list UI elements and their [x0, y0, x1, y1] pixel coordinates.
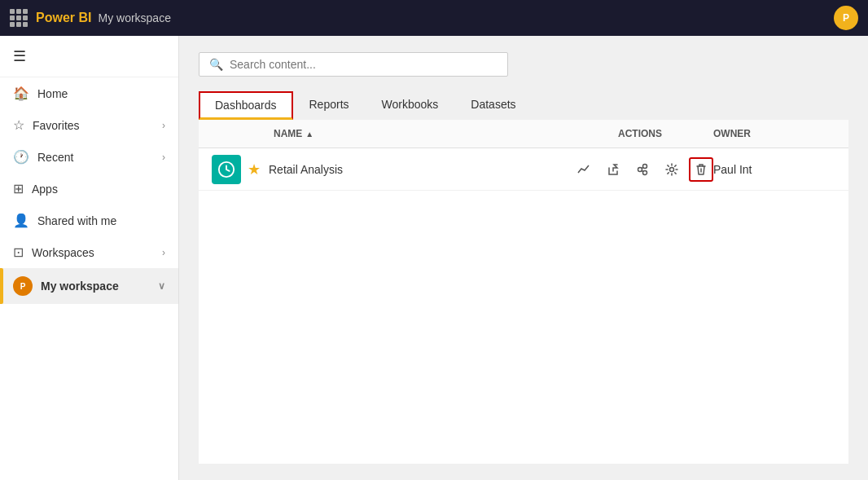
chevron-right-icon: › [162, 120, 165, 131]
subscribe-button[interactable] [630, 157, 655, 182]
apps-icon: ⊞ [13, 181, 24, 196]
search-bar[interactable]: 🔍 [199, 52, 508, 77]
search-icon: 🔍 [209, 58, 223, 71]
workspaces-icon: ⊡ [13, 244, 24, 260]
svg-point-3 [643, 170, 647, 174]
item-name: Retail Analysis [269, 163, 567, 176]
sidebar-toggle[interactable]: ☰ [0, 36, 178, 77]
col-owner-header: OWNER [713, 128, 835, 139]
item-type-icon [212, 155, 241, 184]
svg-point-1 [638, 167, 642, 171]
sidebar-item-workspaces[interactable]: ⊡ Workspaces › [0, 236, 178, 268]
sidebar-label-myworkspace: My workspace [41, 280, 119, 293]
content-area: 🔍 Dashboards Reports Workbooks Datasets … [179, 36, 868, 480]
active-bar [0, 268, 3, 304]
sidebar-label-favorites: Favorites [33, 119, 80, 132]
brand: Power BI My workspace [36, 11, 171, 25]
delete-button[interactable] [689, 157, 713, 182]
recent-icon: 🕐 [13, 149, 29, 165]
home-icon: 🏠 [13, 86, 29, 101]
col-actions-header: ACTIONS [567, 128, 713, 139]
user-avatar[interactable]: P [834, 6, 858, 30]
sidebar-item-home[interactable]: 🏠 Home [0, 77, 178, 109]
svg-point-2 [643, 164, 647, 168]
svg-point-6 [670, 167, 674, 171]
sidebar-label-workspaces: Workspaces [32, 246, 94, 259]
apps-grid-icon[interactable] [10, 9, 28, 27]
workspace-name: My workspace [98, 11, 170, 24]
sidebar-item-apps[interactable]: ⊞ Apps [0, 173, 178, 205]
settings-button[interactable] [660, 157, 684, 182]
table-row: ★ Retail Analysis [199, 148, 848, 191]
sidebar-item-favorites[interactable]: ☆ Favorites › [0, 109, 178, 141]
row-actions [567, 157, 713, 182]
shared-icon: 👤 [13, 213, 29, 228]
tabs-bar: Dashboards Reports Workbooks Datasets [199, 91, 848, 120]
table-header: NAME ▲ ACTIONS OWNER [199, 120, 848, 148]
topbar: Power BI My workspace P [0, 0, 868, 36]
sort-asc-icon: ▲ [305, 130, 313, 139]
svg-line-5 [642, 170, 642, 172]
favorites-icon: ☆ [13, 117, 24, 133]
sidebar-label-shared: Shared with me [37, 214, 116, 227]
main-layout: ☰ 🏠 Home ☆ Favorites › 🕐 Recent › ⊞ Apps… [0, 36, 868, 480]
share-button[interactable] [601, 157, 625, 182]
chevron-right-icon: › [162, 247, 165, 258]
sidebar-item-myworkspace[interactable]: P My workspace ∨ [0, 268, 178, 304]
chevron-down-icon: ∨ [158, 280, 165, 292]
sidebar-item-recent[interactable]: 🕐 Recent › [0, 141, 178, 173]
sidebar-item-shared[interactable]: 👤 Shared with me [0, 205, 178, 236]
svg-line-4 [642, 167, 642, 169]
favorite-star[interactable]: ★ [248, 161, 261, 178]
app-name: Power BI [36, 11, 91, 25]
chevron-right-icon: › [162, 152, 165, 163]
tab-dashboards[interactable]: Dashboards [199, 91, 293, 120]
search-input[interactable] [230, 58, 498, 71]
insights-button[interactable] [572, 157, 596, 182]
tab-reports[interactable]: Reports [293, 91, 366, 120]
sidebar: ☰ 🏠 Home ☆ Favorites › 🕐 Recent › ⊞ Apps… [0, 36, 179, 480]
sidebar-label-home: Home [37, 87, 68, 100]
sidebar-label-recent: Recent [37, 151, 73, 164]
workspace-avatar: P [13, 276, 33, 296]
item-owner: Paul Int [713, 163, 835, 176]
tab-workbooks[interactable]: Workbooks [366, 91, 455, 120]
content-table: NAME ▲ ACTIONS OWNER ★ Retail Analysis [199, 120, 848, 464]
col-name-header: NAME ▲ [274, 128, 567, 139]
sidebar-label-apps: Apps [32, 183, 58, 196]
tab-datasets[interactable]: Datasets [454, 91, 532, 120]
